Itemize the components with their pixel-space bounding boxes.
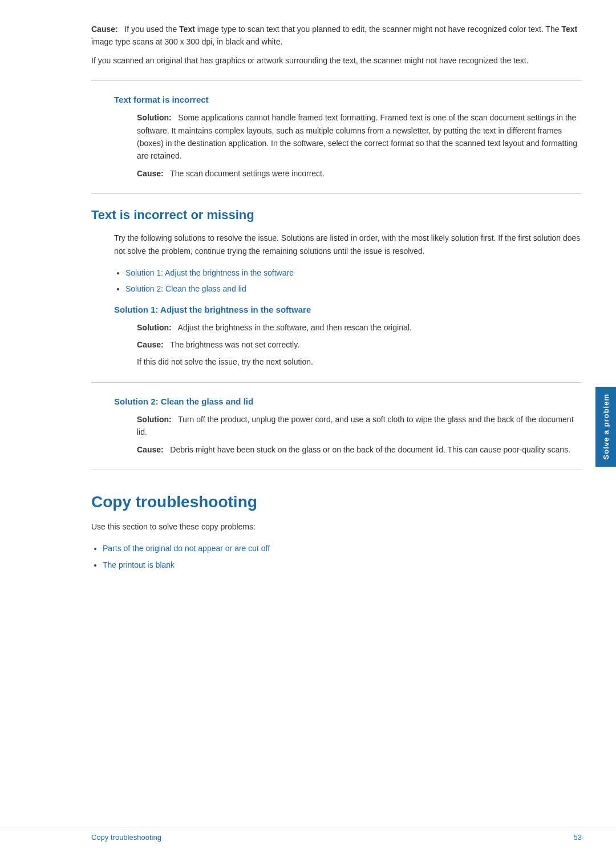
footer-left: Copy troubleshooting	[91, 833, 161, 842]
solution1-cause-text: Cause: The brightness was not set correc…	[137, 338, 582, 351]
cause-label-1: Cause:	[91, 25, 118, 34]
copy-link-1-item: Parts of the original do not appear or a…	[103, 542, 582, 555]
text-format-heading: Text format is incorrect	[114, 95, 582, 104]
text-format-solution-text: Solution: Some applications cannot handl…	[137, 111, 582, 163]
top-cause-paragraph-2: If you scanned an original that has grap…	[91, 54, 582, 67]
solution2-solution-text: Solution: Turn off the product, unplug t…	[137, 413, 582, 439]
solution-label-tf: Solution:	[137, 113, 172, 122]
text-incorrect-content: Try the following solutions to resolve t…	[114, 232, 582, 369]
solution-link-1-item: Solution 1: Adjust the brightness in the…	[125, 266, 582, 279]
side-tab-label: Solve a problem	[602, 394, 610, 459]
text-incorrect-heading: Text is incorrect or missing	[91, 208, 582, 223]
solution-link-2[interactable]: Solution 2: Clean the glass and lid	[125, 284, 246, 293]
text-incorrect-intro: Try the following solutions to resolve t…	[114, 232, 582, 257]
cause-label-tf: Cause:	[137, 169, 164, 178]
solution1-solution-text: Solution: Adjust the brightness in the s…	[137, 321, 582, 334]
divider-2	[91, 193, 582, 194]
copy-troubleshooting-heading: Copy troubleshooting	[91, 493, 582, 511]
solution2-section: Solution 2: Clean the glass and lid Solu…	[114, 397, 582, 456]
text-format-cause-text: Cause: The scan document settings were i…	[137, 167, 582, 180]
solution1-heading: Solution 1: Adjust the brightness in the…	[114, 305, 582, 314]
text-incorrect-or-missing-section: Text is incorrect or missing Try the fol…	[91, 208, 582, 369]
top-cause-block: Cause: If you used the Text image type t…	[91, 23, 582, 67]
solution2-heading: Solution 2: Clean the glass and lid	[114, 397, 582, 406]
divider-4	[91, 470, 582, 470]
divider-1	[91, 80, 582, 81]
copy-link-1[interactable]: Parts of the original do not appear or a…	[103, 544, 270, 553]
solution2-cause-label: Cause:	[137, 445, 164, 454]
solution-link-2-item: Solution 2: Clean the glass and lid	[125, 282, 582, 295]
copy-troubleshooting-section: Copy troubleshooting Use this section to…	[91, 493, 582, 571]
divider-3	[91, 382, 582, 383]
copy-link-2-item: The printout is blank	[103, 559, 582, 571]
page-footer: Copy troubleshooting 53	[0, 827, 616, 842]
solve-a-problem-tab[interactable]: Solve a problem	[595, 387, 616, 467]
footer-right: 53	[574, 833, 582, 842]
copy-link-2[interactable]: The printout is blank	[103, 560, 175, 569]
copy-troubleshooting-links-list: Parts of the original do not appear or a…	[103, 542, 582, 571]
solution1-followup: If this did not solve the issue, try the…	[137, 355, 582, 368]
text-format-solution-block: Solution: Some applications cannot handl…	[137, 111, 582, 180]
text-format-section: Text format is incorrect Solution: Some …	[114, 95, 582, 180]
solution1-label: Solution:	[137, 323, 172, 332]
solution1-cause-label: Cause:	[137, 340, 164, 349]
solution2-block: Solution: Turn off the product, unplug t…	[137, 413, 582, 456]
text-incorrect-links-list: Solution 1: Adjust the brightness in the…	[125, 266, 582, 296]
copy-troubleshooting-intro: Use this section to solve these copy pro…	[91, 520, 582, 533]
solution2-cause-text: Cause: Debris might have been stuck on t…	[137, 443, 582, 456]
solution-link-1[interactable]: Solution 1: Adjust the brightness in the…	[125, 268, 294, 277]
top-cause-paragraph-1: Cause: If you used the Text image type t…	[91, 23, 582, 48]
solution2-label: Solution:	[137, 415, 172, 424]
solution1-block: Solution: Adjust the brightness in the s…	[137, 321, 582, 369]
